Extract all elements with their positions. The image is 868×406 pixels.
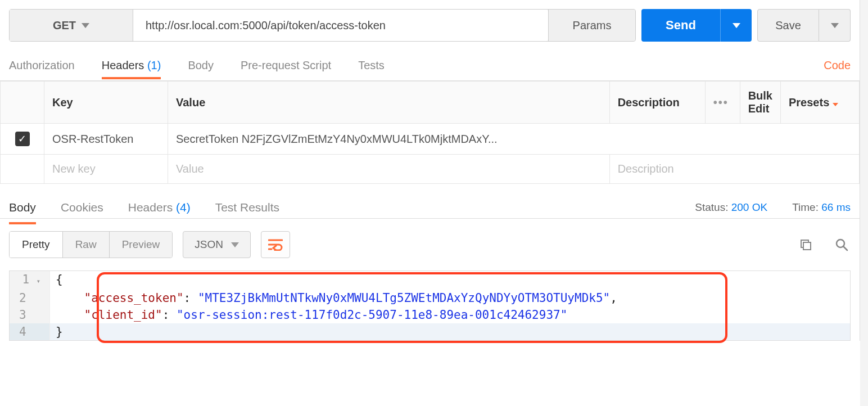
search-icon[interactable] bbox=[833, 236, 851, 254]
fold-icon[interactable]: ▾ bbox=[37, 277, 40, 285]
col-checkbox bbox=[1, 82, 44, 124]
method-url-group: GET http://osr.local.com:5000/api/token/… bbox=[9, 9, 636, 42]
table-row-new: New key Value Description bbox=[1, 155, 860, 184]
tab-test-results[interactable]: Test Results bbox=[215, 201, 279, 214]
row-checkbox[interactable]: ✓ bbox=[15, 132, 30, 146]
new-row-checkbox[interactable] bbox=[1, 155, 44, 184]
tab-cookies[interactable]: Cookies bbox=[61, 201, 103, 214]
wrap-lines-button[interactable] bbox=[261, 231, 290, 258]
code-line: 3 "client_id": "osr-session:rest-117f0d2… bbox=[10, 306, 850, 323]
tab-tests[interactable]: Tests bbox=[358, 59, 385, 72]
svg-rect-1 bbox=[803, 242, 811, 250]
http-method-select[interactable]: GET bbox=[10, 10, 133, 41]
new-key-input[interactable]: New key bbox=[44, 155, 168, 184]
code-line: 4 } bbox=[10, 323, 850, 340]
send-group: Send bbox=[641, 9, 752, 42]
header-value-cell[interactable]: SecretToken N2FjZGVlZmEtMzY4Ny0xMWU4LTk0… bbox=[168, 124, 860, 155]
save-dropdown-button[interactable] bbox=[819, 9, 851, 42]
chevron-down-icon bbox=[833, 103, 838, 106]
col-value: Value bbox=[168, 82, 610, 124]
code-line: 2 "access_token": "MTE3ZjBkMmUtNTkwNy0xM… bbox=[10, 290, 850, 306]
code-link[interactable]: Code bbox=[824, 59, 851, 72]
response-status: Status: 200 OK bbox=[695, 201, 767, 214]
tab-authorization[interactable]: Authorization bbox=[9, 59, 75, 72]
params-button[interactable]: Params bbox=[548, 10, 635, 41]
save-group: Save bbox=[757, 9, 851, 42]
view-pretty[interactable]: Pretty bbox=[10, 232, 63, 258]
headers-count-badge: (4) bbox=[176, 201, 191, 214]
body-toolbar: Pretty Raw Preview JSON bbox=[0, 219, 860, 270]
header-key-cell[interactable]: OSR-RestToken bbox=[44, 124, 168, 155]
copy-icon[interactable] bbox=[797, 236, 815, 254]
wrap-icon bbox=[268, 238, 283, 251]
col-description: Description bbox=[609, 82, 705, 124]
request-bar: GET http://osr.local.com:5000/api/token/… bbox=[0, 0, 860, 51]
time-value: 66 ms bbox=[821, 201, 851, 213]
vertical-scrollbar[interactable] bbox=[860, 0, 868, 350]
new-value-input[interactable]: Value bbox=[168, 155, 610, 184]
headers-table: Key Value Description ••• Bulk Edit Pres… bbox=[0, 81, 860, 184]
tab-body-response[interactable]: Body bbox=[9, 201, 36, 214]
code-line: 1 ▾ { bbox=[10, 271, 850, 290]
view-raw[interactable]: Raw bbox=[63, 232, 110, 258]
tab-prerequest[interactable]: Pre-request Script bbox=[241, 59, 331, 72]
tab-headers[interactable]: Headers (1) bbox=[102, 59, 161, 72]
response-body-code: 1 ▾ { 2 "access_token": "MTE3ZjBkMmUtNTk… bbox=[9, 270, 851, 341]
url-text: http://osr.local.com:5000/api/token/acce… bbox=[146, 19, 386, 32]
send-dropdown-button[interactable] bbox=[720, 9, 752, 42]
headers-count-badge: (1) bbox=[147, 59, 161, 71]
chevron-down-icon bbox=[82, 23, 89, 28]
save-button[interactable]: Save bbox=[757, 9, 819, 42]
view-preview[interactable]: Preview bbox=[110, 232, 173, 258]
url-input[interactable]: http://osr.local.com:5000/api/token/acce… bbox=[133, 10, 548, 41]
status-value: 200 OK bbox=[731, 201, 767, 213]
chevron-down-icon bbox=[831, 23, 839, 28]
http-method-label: GET bbox=[53, 19, 76, 32]
chevron-down-icon bbox=[733, 23, 740, 28]
response-tabs: Body Cookies Headers (4) Test Results St… bbox=[0, 184, 860, 219]
format-select[interactable]: JSON bbox=[183, 231, 251, 258]
tab-headers-response[interactable]: Headers (4) bbox=[128, 201, 191, 214]
bulk-edit-link[interactable]: Bulk Edit bbox=[740, 82, 780, 124]
col-more[interactable]: ••• bbox=[705, 82, 740, 124]
tab-body-request[interactable]: Body bbox=[188, 59, 214, 72]
headers-table-header: Key Value Description ••• Bulk Edit Pres… bbox=[1, 82, 860, 124]
col-key: Key bbox=[44, 82, 168, 124]
send-button[interactable]: Send bbox=[641, 9, 720, 42]
view-toggle: Pretty Raw Preview bbox=[9, 231, 173, 258]
new-description-input[interactable]: Description bbox=[609, 155, 859, 184]
more-icon: ••• bbox=[713, 96, 729, 109]
chevron-down-icon bbox=[231, 242, 239, 247]
presets-dropdown[interactable]: Presets bbox=[781, 82, 860, 124]
request-tabs: Authorization Headers (1) Body Pre-reque… bbox=[0, 51, 860, 81]
table-row: ✓ OSR-RestToken SecretToken N2FjZGVlZmEt… bbox=[1, 124, 860, 155]
svg-line-3 bbox=[843, 246, 847, 250]
response-time: Time: 66 ms bbox=[792, 201, 851, 214]
